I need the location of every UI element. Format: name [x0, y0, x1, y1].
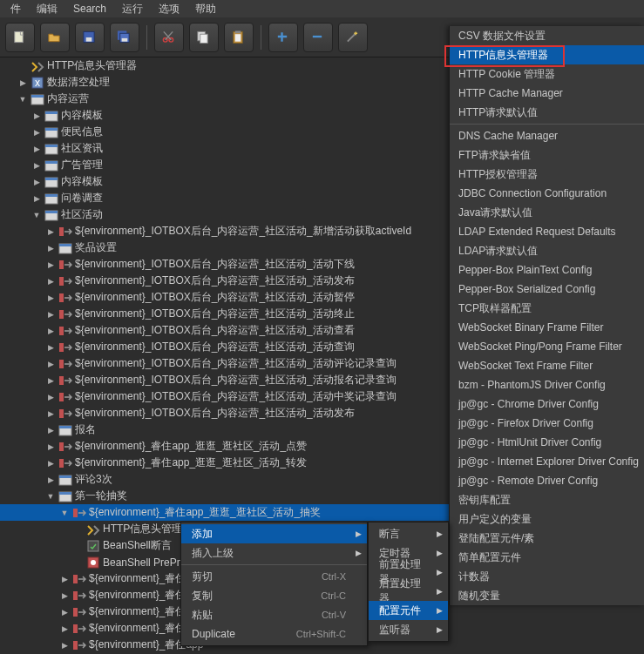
paste-button[interactable]	[224, 23, 254, 52]
twisty-icon[interactable]: ▶	[45, 458, 56, 469]
menu-item[interactable]: 监听器▶	[369, 620, 448, 639]
config-element-item[interactable]: HTTP Cache Manager	[450, 84, 644, 103]
config-element-item[interactable]: HTTP授权管理器	[450, 165, 644, 184]
config-element-item[interactable]: jp@gc - Remote Driver Config	[450, 471, 644, 490]
twisty-icon[interactable]: ▶	[45, 375, 56, 386]
twisty-icon[interactable]	[73, 524, 84, 535]
plus-button[interactable]	[268, 23, 298, 52]
config-element-item[interactable]: HTTP请求默认值	[450, 103, 644, 122]
sam-icon	[58, 274, 72, 288]
twisty-icon[interactable]: ▼	[59, 508, 70, 518]
config-element-item[interactable]: FTP请求缺省值	[450, 145, 644, 165]
twisty-icon[interactable]	[73, 557, 84, 568]
copy-button[interactable]	[189, 23, 219, 52]
twisty-icon[interactable]: ▶	[45, 326, 56, 336]
config-element-item[interactable]: CSV 数据文件设置	[450, 26, 644, 45]
config-element-item[interactable]: jp@gc - Firefox Driver Config	[450, 414, 644, 433]
minus-button[interactable]	[303, 23, 333, 52]
twisty-icon[interactable]	[17, 61, 28, 71]
new-doc-button[interactable]	[5, 23, 35, 52]
twisty-icon[interactable]: ▶	[45, 392, 56, 402]
twisty-icon[interactable]: ▶	[31, 177, 42, 187]
config-element-item[interactable]: 简单配置元件	[450, 548, 644, 567]
menu-item[interactable]: 粘贴Ctrl-V	[181, 605, 367, 624]
twisty-icon[interactable]: ▶	[45, 226, 56, 237]
config-element-item[interactable]: LDAP Extended Request Defaults	[450, 222, 644, 241]
twisty-icon[interactable]: ▶	[45, 342, 56, 353]
tree-node-label: 第一轮抽奖	[75, 489, 127, 503]
menu-item[interactable]: 运行	[115, 0, 150, 18]
twisty-icon[interactable]: ▶	[59, 607, 70, 617]
twisty-icon[interactable]: ▶	[31, 111, 42, 121]
config-element-item[interactable]: DNS Cache Manager	[450, 126, 644, 145]
menu-item[interactable]: 配置元件▶	[369, 601, 448, 620]
menu-item[interactable]: 剪切Ctrl-X	[181, 567, 367, 586]
menu-item[interactable]: 帮助	[188, 0, 223, 18]
twisty-icon[interactable]: ▶	[31, 160, 42, 171]
config-element-item[interactable]: WebSocket Text Frame Filter	[450, 356, 644, 375]
twisty-icon[interactable]: ▶	[45, 276, 56, 287]
twisty-icon[interactable]: ▶	[59, 590, 70, 601]
sam-icon	[72, 589, 86, 603]
config-element-item[interactable]: WebSocket Binary Frame Filter	[450, 318, 644, 337]
twisty-icon[interactable]: ▼	[31, 210, 42, 220]
save-all-button[interactable]	[110, 23, 139, 52]
menu-item[interactable]: DuplicateCtrl+Shift-C	[181, 624, 367, 644]
twisty-icon[interactable]: ▶	[31, 144, 42, 154]
twisty-icon[interactable]: ▼	[17, 94, 28, 105]
config-element-item[interactable]: 密钥库配置	[450, 490, 644, 509]
twisty-icon[interactable]: ▶	[59, 640, 70, 651]
config-element-item[interactable]: WebSocket Ping/Pong Frame Filter	[450, 337, 644, 356]
menu-item[interactable]: 断言▶	[369, 524, 448, 543]
tree-node-label: ${environment}_IOTBOX后台_内容运营_社区活动_活动查询	[75, 340, 355, 354]
menu-item[interactable]: 件	[3, 0, 28, 18]
menu-item[interactable]: 插入上级▶	[181, 543, 367, 563]
config-element-item[interactable]: jp@gc - Chrome Driver Config	[450, 394, 644, 414]
twisty-icon[interactable]: ▶	[45, 408, 56, 419]
config-element-item[interactable]: HTTP信息头管理器	[450, 45, 644, 64]
twisty-icon[interactable]	[73, 541, 84, 551]
http-icon	[58, 489, 72, 503]
open-button[interactable]	[40, 23, 70, 52]
menu-item[interactable]: Search	[66, 1, 113, 17]
twisty-icon[interactable]: ▼	[45, 491, 56, 502]
twisty-icon[interactable]: ▶	[59, 574, 70, 584]
config-element-item[interactable]: bzm - PhantomJS Driver Config	[450, 375, 644, 394]
config-element-item[interactable]: LDAP请求默认值	[450, 241, 644, 260]
config-element-item[interactable]: Pepper-Box Serialized Config	[450, 280, 644, 299]
submenu-arrow-icon: ▶	[437, 568, 443, 576]
config-element-item[interactable]: 计数器	[450, 567, 644, 586]
twisty-icon[interactable]: ▶	[17, 78, 28, 88]
twisty-icon[interactable]: ▶	[45, 309, 56, 320]
tree-node-label: 社区资讯	[61, 141, 103, 156]
menu-item[interactable]: 后置处理器▶	[369, 582, 448, 601]
svg-rect-8	[198, 31, 205, 40]
twisty-icon[interactable]: ▶	[31, 193, 42, 204]
wand-button[interactable]	[338, 23, 368, 52]
menu-item[interactable]: 复制Ctrl-C	[181, 586, 367, 605]
twisty-icon[interactable]: ▶	[45, 475, 56, 485]
config-element-item[interactable]: JDBC Connection Configuration	[450, 184, 644, 203]
menu-item[interactable]: 选项	[152, 0, 186, 18]
twisty-icon[interactable]: ▶	[31, 127, 42, 138]
twisty-icon[interactable]: ▶	[45, 425, 56, 435]
config-element-item[interactable]: jp@gc - HtmlUnit Driver Config	[450, 433, 644, 452]
twisty-icon[interactable]: ▶	[45, 243, 56, 253]
config-element-item[interactable]: Java请求默认值	[450, 203, 644, 222]
save-button[interactable]	[75, 23, 105, 52]
twisty-icon[interactable]: ▶	[45, 293, 56, 303]
config-element-item[interactable]: TCP取样器配置	[450, 299, 644, 318]
twisty-icon[interactable]: ▶	[59, 624, 70, 634]
menu-item[interactable]: 添加▶	[181, 524, 367, 543]
twisty-icon[interactable]: ▶	[45, 359, 56, 369]
config-element-item[interactable]: 随机变量	[450, 586, 644, 605]
config-element-item[interactable]: 登陆配置元件/素	[450, 529, 644, 548]
cut-button[interactable]	[154, 23, 184, 52]
config-element-item[interactable]: Pepper-Box PlainText Config	[450, 260, 644, 280]
config-element-item[interactable]: 用户定义的变量	[450, 509, 644, 529]
twisty-icon[interactable]: ▶	[45, 442, 56, 452]
config-element-item[interactable]: jp@gc - Internet Explorer Driver Config	[450, 452, 644, 471]
config-element-item[interactable]: HTTP Cookie 管理器	[450, 64, 644, 84]
twisty-icon[interactable]: ▶	[45, 260, 56, 270]
menu-item[interactable]: 编辑	[30, 0, 64, 18]
